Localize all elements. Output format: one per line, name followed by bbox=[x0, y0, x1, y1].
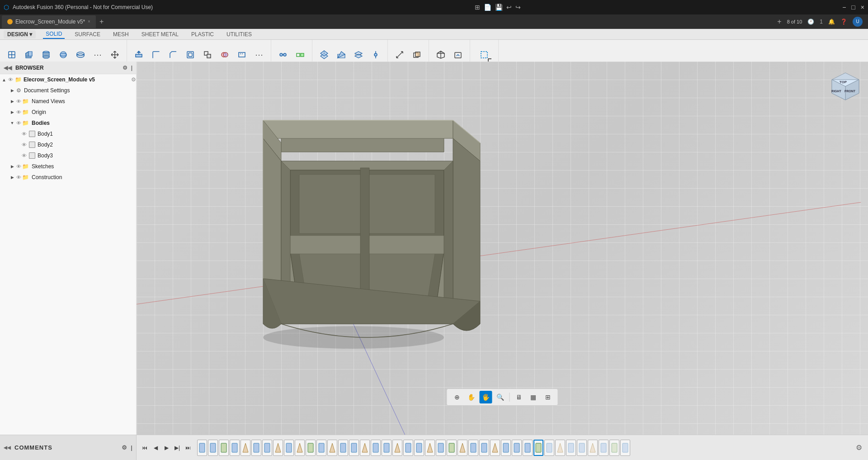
tree-item-sketches[interactable]: ▶ 👁 📁 Sketches bbox=[0, 161, 136, 172]
sketches-eye-icon[interactable]: 👁 bbox=[16, 164, 21, 169]
measure-btn[interactable] bbox=[392, 47, 408, 63]
timeline-step-14[interactable] bbox=[338, 440, 348, 456]
body1-eye-icon[interactable]: 👁 bbox=[22, 131, 27, 137]
offset-face-btn[interactable] bbox=[234, 47, 250, 63]
as-built-joint-btn[interactable] bbox=[292, 47, 308, 63]
construct-axis-btn[interactable] bbox=[368, 47, 384, 63]
display-settings-btn[interactable]: 🖥 bbox=[513, 391, 525, 403]
midplane-btn[interactable] bbox=[350, 47, 367, 63]
doc-settings-arrow[interactable]: ▶ bbox=[9, 87, 15, 94]
timeline-step-2[interactable] bbox=[208, 440, 218, 456]
combine-btn[interactable] bbox=[217, 47, 233, 63]
origin-arrow[interactable]: ▶ bbox=[9, 109, 15, 115]
timeline-step-29[interactable] bbox=[501, 440, 511, 456]
timeline-step-12[interactable] bbox=[316, 440, 326, 456]
orbit-btn[interactable]: ⊕ bbox=[451, 391, 463, 403]
construction-arrow[interactable]: ▶ bbox=[9, 174, 15, 180]
construction-eye-icon[interactable]: 👁 bbox=[16, 175, 21, 180]
timeline-step-9[interactable] bbox=[284, 440, 294, 456]
insert-mesh-btn[interactable] bbox=[433, 47, 449, 63]
new-joint-btn[interactable] bbox=[275, 47, 291, 63]
body3-eye-icon[interactable]: 👁 bbox=[22, 153, 27, 158]
tree-item-named-views[interactable]: ▶ 👁 📁 Named Views bbox=[0, 96, 136, 107]
interference-btn[interactable] bbox=[409, 47, 425, 63]
named-views-arrow[interactable]: ▶ bbox=[9, 98, 15, 104]
timeline-step-38[interactable] bbox=[599, 440, 609, 456]
file-tab[interactable]: Elecrow_Screen_Module v5* × bbox=[2, 15, 96, 28]
browser-back-btn[interactable]: ◀◀ bbox=[4, 65, 12, 71]
pan-btn[interactable]: ✋ bbox=[465, 391, 478, 403]
undo-icon[interactable]: ↩ bbox=[506, 4, 512, 11]
visual-style-btn[interactable]: ⊞ bbox=[542, 391, 554, 403]
timeline-step-1[interactable] bbox=[197, 440, 207, 456]
fillet-btn[interactable] bbox=[148, 47, 164, 63]
timeline-step-4[interactable] bbox=[230, 440, 240, 456]
timeline-step-21[interactable] bbox=[414, 440, 424, 456]
timeline-step-20[interactable] bbox=[403, 440, 413, 456]
more-create-btn[interactable]: ⋯ bbox=[90, 47, 106, 63]
tab-surface[interactable]: SURFACE bbox=[72, 30, 103, 38]
timeline-step-17[interactable] bbox=[371, 440, 381, 456]
timeline-step-25[interactable] bbox=[458, 440, 467, 456]
press-pull-btn[interactable] bbox=[131, 47, 147, 63]
select-box-btn[interactable] bbox=[476, 47, 492, 63]
comments-collapse-icon[interactable]: | bbox=[131, 444, 132, 451]
tree-item-doc-settings[interactable]: ▶ ⚙ Document Settings bbox=[0, 85, 136, 96]
timeline-step-31[interactable] bbox=[523, 440, 533, 456]
timeline-play-btn[interactable]: ▶ bbox=[162, 443, 171, 452]
angle-plane-btn[interactable] bbox=[333, 47, 349, 63]
timeline-step-36[interactable] bbox=[577, 440, 587, 456]
timeline-step-7[interactable] bbox=[262, 440, 272, 456]
timeline-prev-btn[interactable]: ◀ bbox=[151, 443, 160, 452]
viewport[interactable]: TOP FRONT RIGHT ⊕ ✋ 🖐 🔍 🖥 ▦ ⊞ bbox=[137, 62, 868, 435]
timeline-next-btn[interactable]: ▶| bbox=[173, 443, 182, 452]
bell-icon[interactable]: 🔔 bbox=[828, 19, 835, 25]
tree-item-origin[interactable]: ▶ 👁 📁 Origin bbox=[0, 107, 136, 118]
tree-root[interactable]: ▲ 👁 📁 Elecrow_Screen_Module v5 ⚙ bbox=[0, 74, 136, 85]
root-collapse-btn[interactable]: ▲ bbox=[2, 77, 6, 82]
user-avatar[interactable]: U bbox=[853, 17, 863, 27]
tree-item-construction[interactable]: ▶ 👁 📁 Construction bbox=[0, 172, 136, 183]
timeline-step-13[interactable] bbox=[327, 440, 337, 456]
tree-item-bodies[interactable]: ▼ 👁 📁 Bodies bbox=[0, 118, 136, 128]
body2-eye-icon[interactable]: 👁 bbox=[22, 142, 27, 147]
tab-mesh[interactable]: MESH bbox=[110, 30, 132, 38]
timeline-step-30[interactable] bbox=[512, 440, 522, 456]
timeline-step-39[interactable] bbox=[609, 440, 619, 456]
tab-close-btn[interactable]: × bbox=[88, 19, 90, 24]
offset-plane-btn[interactable] bbox=[316, 47, 332, 63]
minimize-btn[interactable]: − bbox=[842, 4, 846, 11]
plus-icon[interactable]: + bbox=[777, 18, 781, 26]
sphere-btn[interactable] bbox=[55, 47, 71, 63]
new-component-btn[interactable] bbox=[4, 47, 20, 63]
timeline-step-27[interactable] bbox=[479, 440, 489, 456]
timeline-step-40[interactable] bbox=[620, 440, 630, 456]
bodies-arrow[interactable]: ▼ bbox=[9, 120, 15, 126]
timeline-end-btn[interactable]: ⏭ bbox=[184, 443, 193, 452]
free-orbit-btn[interactable]: 🖐 bbox=[480, 391, 492, 403]
timeline-step-23[interactable] bbox=[436, 440, 446, 456]
tab-solid[interactable]: SOLID bbox=[43, 30, 65, 39]
redo-icon[interactable]: ↪ bbox=[515, 4, 521, 11]
tab-sheet-metal[interactable]: SHEET METAL bbox=[139, 30, 181, 38]
design-button[interactable]: DESIGN ▾ bbox=[4, 30, 36, 38]
timeline-step-3[interactable] bbox=[219, 440, 229, 456]
timeline-step-34[interactable] bbox=[555, 440, 565, 456]
timeline-step-33[interactable] bbox=[544, 440, 554, 456]
timeline-start-btn[interactable]: ⏮ bbox=[140, 443, 149, 452]
tree-item-body3[interactable]: 👁 Body3 bbox=[0, 150, 136, 161]
file-icon[interactable]: 📄 bbox=[484, 4, 491, 11]
timeline-step-10[interactable] bbox=[295, 440, 305, 456]
timeline-current-step[interactable] bbox=[533, 440, 543, 456]
browser-collapse-btn[interactable]: | bbox=[131, 65, 132, 71]
help-icon[interactable]: ❓ bbox=[840, 19, 847, 25]
named-views-eye-icon[interactable]: 👁 bbox=[16, 99, 21, 104]
shell-btn[interactable] bbox=[182, 47, 198, 63]
timeline-step-35[interactable] bbox=[566, 440, 576, 456]
scale-btn[interactable] bbox=[199, 47, 216, 63]
timeline-step-26[interactable] bbox=[468, 440, 478, 456]
tree-item-body2[interactable]: 👁 Body2 bbox=[0, 139, 136, 150]
browser-settings-icon[interactable]: ⚙ bbox=[123, 65, 127, 71]
add-tab-btn[interactable]: + bbox=[99, 18, 104, 26]
cylinder-btn[interactable] bbox=[38, 47, 54, 63]
